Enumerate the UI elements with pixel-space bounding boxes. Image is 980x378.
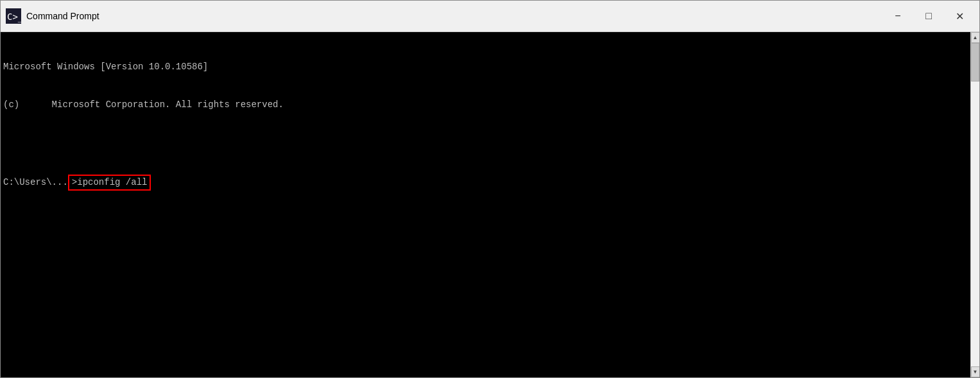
scrollbar-thumb[interactable] [971,43,979,82]
minimize-button[interactable]: − [883,4,913,28]
title-bar-left: C>_ Command Prompt [6,8,99,24]
scrollbar-track[interactable] [971,43,979,366]
svg-text:C>_: C>_ [7,12,21,22]
terminal-content[interactable]: Microsoft Windows [Version 10.0.10586] (… [1,32,970,377]
close-button[interactable]: ✕ [945,4,974,28]
window-title: Command Prompt [26,11,99,21]
command-prompt-window: C>_ Command Prompt − □ ✕ Microsoft Windo… [0,0,980,378]
terminal-prompt: C:\Users\... [3,176,68,189]
terminal-line-1: Microsoft Windows [Version 10.0.10586] [3,61,968,74]
maximize-button[interactable]: □ [914,4,943,28]
cmd-icon: C>_ [6,8,21,24]
scrollbar[interactable]: ▲ ▼ [970,32,979,377]
terminal-command-line: C:\Users\... >ipconfig /all [3,175,968,191]
title-bar: C>_ Command Prompt − □ ✕ [1,1,979,32]
scrollbar-down-arrow[interactable]: ▼ [971,366,980,377]
terminal-line-2: (c) Microsoft Corporation. All rights re… [3,99,968,112]
window-body: Microsoft Windows [Version 10.0.10586] (… [1,32,979,377]
terminal-command-highlighted: >ipconfig /all [68,175,151,191]
scrollbar-up-arrow[interactable]: ▲ [971,32,980,43]
terminal-empty-line [3,137,968,150]
title-bar-buttons: − □ ✕ [883,4,974,28]
